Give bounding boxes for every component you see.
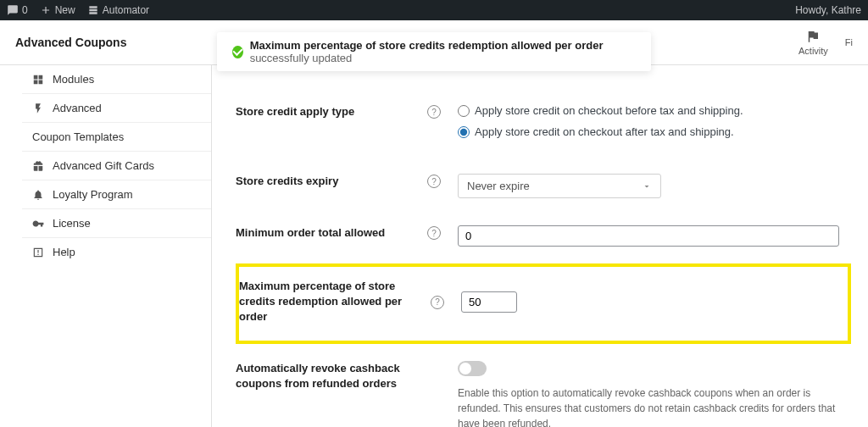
bell-icon (32, 189, 44, 201)
toast-bold: Maximum percentage of store credits rede… (250, 39, 604, 52)
min-order-help[interactable]: ? (427, 226, 441, 240)
sidebar-item-modules[interactable]: Modules (22, 65, 211, 93)
activity-link[interactable]: Activity (798, 29, 828, 56)
modules-icon (32, 74, 44, 86)
apply-type-option-before[interactable]: Apply store credit on checkout before ta… (458, 104, 851, 117)
sidebar-item-gift-cards[interactable]: Advanced Gift Cards (22, 151, 211, 180)
help-link[interactable]: Fi (845, 37, 853, 47)
expiry-help[interactable]: ? (427, 175, 441, 188)
max-pct-label: Maximum percentage of store credits rede… (239, 279, 424, 325)
comment-icon (7, 4, 19, 16)
highlighted-setting: Maximum percentage of store credits rede… (236, 263, 851, 344)
max-pct-input[interactable] (461, 291, 517, 313)
apply-type-option-after[interactable]: Apply store credit on checkout after tax… (458, 125, 851, 138)
plus-icon (40, 4, 52, 16)
sidebar-item-license[interactable]: License (22, 208, 211, 237)
check-icon (232, 46, 243, 58)
success-toast: Maximum percentage of store credits rede… (217, 32, 651, 71)
admin-bar: 0 New Automator Howdy, Kathre (0, 0, 868, 20)
revoke-toggle[interactable] (458, 361, 487, 376)
user-greeting[interactable]: Howdy, Kathre (795, 4, 861, 16)
toast-suffix: successfully updated (250, 52, 353, 64)
help-icon (32, 247, 44, 258)
new-content-toggle[interactable]: New (40, 4, 75, 16)
min-order-label: Minimum order total allowed (236, 225, 420, 241)
automator-icon (87, 4, 99, 16)
revoke-label: Automatically revoke cashback coupons fr… (236, 361, 420, 391)
sidebar-item-loyalty[interactable]: Loyalty Program (22, 180, 211, 208)
expiry-select[interactable]: Never expire (458, 174, 661, 198)
sidebar: Modules Advanced Coupon Templates Advanc… (0, 65, 212, 427)
comment-count: 0 (22, 4, 28, 16)
gift-icon (32, 160, 44, 172)
sidebar-item-advanced[interactable]: Advanced (22, 93, 211, 122)
apply-type-radio-after[interactable] (458, 126, 470, 138)
sidebar-item-help[interactable]: Help (22, 237, 211, 266)
comments-toggle[interactable]: 0 (7, 4, 28, 16)
automator-link[interactable]: Automator (87, 4, 149, 16)
settings-content: Store credit apply type ? Apply store cr… (212, 65, 868, 427)
chevron-down-icon (642, 181, 652, 191)
min-order-input[interactable] (458, 225, 839, 247)
bolt-icon (32, 103, 44, 114)
max-pct-help[interactable]: ? (431, 296, 444, 309)
page-header: Advanced Coupons Maximum percentage of s… (0, 20, 868, 65)
apply-type-radio-before[interactable] (458, 105, 470, 117)
apply-type-help[interactable]: ? (427, 105, 441, 119)
revoke-hint: Enable this option to automatically revo… (458, 385, 851, 427)
page-title: Advanced Coupons (15, 36, 126, 49)
apply-type-label: Store credit apply type (236, 104, 420, 119)
key-icon (32, 218, 44, 230)
expiry-label: Store credits expiry (236, 174, 420, 189)
flag-icon (805, 29, 821, 44)
sidebar-item-coupon-templates[interactable]: Coupon Templates (22, 122, 211, 151)
